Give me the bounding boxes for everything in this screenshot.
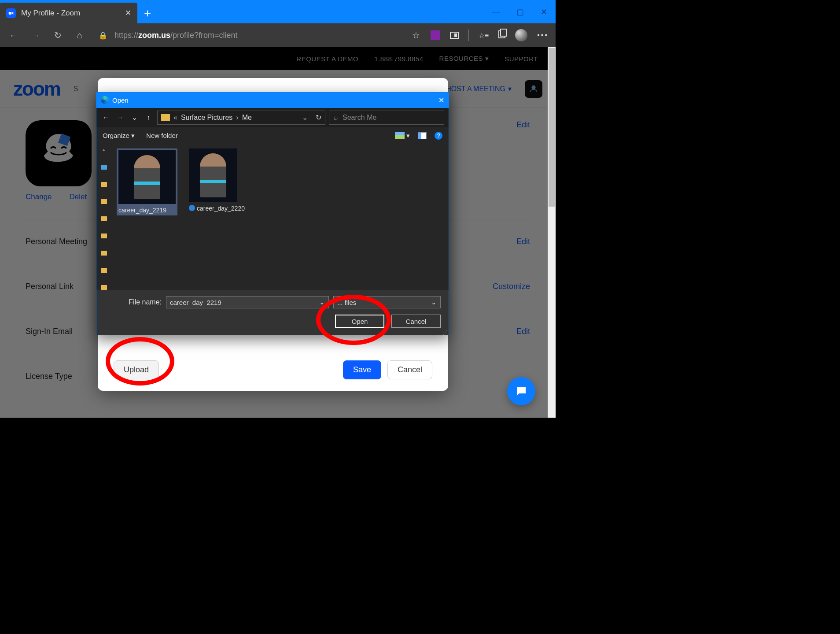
window-maximize-button[interactable]: ▢: [508, 0, 532, 23]
collections-icon[interactable]: [498, 30, 505, 40]
breadcrumb-root[interactable]: Surface Pictures: [181, 114, 232, 122]
tab-title: My Profile - Zoom: [21, 9, 80, 18]
chevron-right-icon: ›: [236, 114, 238, 122]
reader-icon[interactable]: [450, 32, 459, 39]
refresh-folder-icon[interactable]: ↻: [316, 113, 321, 122]
annotation-circle-upload: [106, 337, 174, 386]
organize-menu[interactable]: Organize ▾: [103, 132, 135, 140]
dialog-back-button[interactable]: ←: [101, 114, 111, 122]
cloud-sync-icon: [189, 205, 195, 211]
window-titlebar: My Profile - Zoom ✕ ＋ — ▢ ✕: [0, 0, 556, 23]
address-bar[interactable]: 🔒 https://zoom.us/profile?from=client ☆: [95, 28, 422, 43]
image-icon: [395, 132, 405, 139]
more-menu-icon[interactable]: •••: [537, 31, 549, 39]
breadcrumb[interactable]: « Surface Pictures › Me ⌄ ↻: [157, 111, 325, 125]
dialog-title: Open: [112, 96, 129, 104]
preview-pane-icon[interactable]: [418, 132, 427, 139]
search-icon: ⌕: [334, 114, 338, 122]
search-placeholder: Search Me: [343, 114, 376, 122]
dialog-toolbar: Organize ▾ New folder ▾ ?: [96, 127, 449, 144]
breadcrumb-prefix: «: [173, 114, 177, 122]
window-close-button[interactable]: ✕: [532, 0, 556, 23]
lock-icon: 🔒: [97, 31, 109, 40]
file-area: ▴ career_day_2219 career_day_2220: [96, 144, 449, 290]
dialog-search-input[interactable]: ⌕ Search Me: [329, 111, 444, 125]
dialog-help-icon[interactable]: ?: [435, 132, 442, 140]
filename-input[interactable]: career_day_2219⌄: [166, 296, 329, 308]
new-tab-button[interactable]: ＋: [137, 3, 158, 23]
folder-tree[interactable]: ▴: [96, 144, 111, 290]
edge-icon: [101, 96, 109, 104]
favorites-icon[interactable]: ☆≡: [479, 31, 489, 40]
chat-fab[interactable]: [507, 377, 535, 405]
dialog-bottom-bar: File name: career_day_2219⌄ ... files⌄ O…: [96, 290, 449, 335]
browser-toolbar: ← → ↻ ⌂ 🔒 https://zoom.us/profile?from=c…: [0, 23, 556, 47]
view-mode-menu[interactable]: ▾: [395, 132, 410, 140]
favorite-icon[interactable]: ☆: [412, 30, 420, 41]
zoom-favicon: [6, 8, 16, 18]
dialog-titlebar: Open ✕: [96, 93, 449, 108]
annotation-circle-open: [316, 295, 391, 345]
forward-button[interactable]: →: [29, 30, 42, 41]
scrollbar-thumb[interactable]: [549, 48, 555, 207]
dialog-up-button[interactable]: ↑: [143, 114, 154, 122]
new-folder-button[interactable]: New folder: [146, 132, 178, 139]
file-open-dialog: Open ✕ ← → ⌄ ↑ « Surface Pictures › Me ⌄…: [96, 92, 449, 335]
toolbar-separator: [468, 30, 469, 41]
save-button[interactable]: Save: [343, 360, 381, 379]
url-host: zoom.us: [138, 31, 170, 40]
svg-rect-0: [9, 12, 11, 15]
filename-label: File name:: [104, 298, 162, 306]
chevron-down-icon[interactable]: ⌄: [431, 298, 437, 306]
back-button[interactable]: ←: [7, 30, 20, 41]
dialog-close-icon[interactable]: ✕: [438, 96, 444, 104]
file-thumbnail: [118, 150, 176, 204]
dialog-nav-row: ← → ⌄ ↑ « Surface Pictures › Me ⌄ ↻ ⌕ Se…: [96, 108, 449, 127]
profile-avatar-icon[interactable]: [515, 29, 527, 41]
dialog-recent-button[interactable]: ⌄: [129, 113, 140, 122]
browser-tab[interactable]: My Profile - Zoom ✕: [0, 3, 137, 23]
dialog-cancel-button[interactable]: Cancel: [391, 315, 441, 328]
folder-icon: [161, 114, 170, 121]
breadcrumb-current[interactable]: Me: [242, 114, 252, 122]
tab-close-icon[interactable]: ✕: [125, 8, 131, 18]
page-scrollbar[interactable]: ▴: [548, 47, 556, 418]
file-grid: career_day_2219 career_day_2220: [111, 144, 449, 290]
file-item-selected[interactable]: career_day_2219: [117, 148, 177, 215]
onenote-extension-icon[interactable]: [431, 30, 440, 40]
file-name: career_day_2220: [197, 205, 245, 212]
window-controls: — ▢ ✕: [484, 0, 556, 23]
dialog-forward-button[interactable]: →: [115, 114, 125, 122]
home-button[interactable]: ⌂: [73, 30, 86, 41]
cancel-button[interactable]: Cancel: [387, 360, 432, 379]
chevron-down-icon[interactable]: ⌄: [302, 113, 308, 122]
refresh-button[interactable]: ↻: [51, 30, 64, 41]
url-scheme: https://: [114, 31, 138, 40]
file-item[interactable]: career_day_2220: [189, 148, 237, 212]
url-path: /profile?from=client: [170, 31, 238, 40]
page-content: REQUEST A DEMO 1.888.799.8854 RESOURCES …: [0, 47, 556, 418]
resize-grip-icon[interactable]: ⋰: [442, 330, 448, 334]
window-minimize-button[interactable]: —: [484, 0, 508, 23]
file-thumbnail: [189, 148, 237, 202]
file-name: career_day_2219: [118, 207, 166, 214]
